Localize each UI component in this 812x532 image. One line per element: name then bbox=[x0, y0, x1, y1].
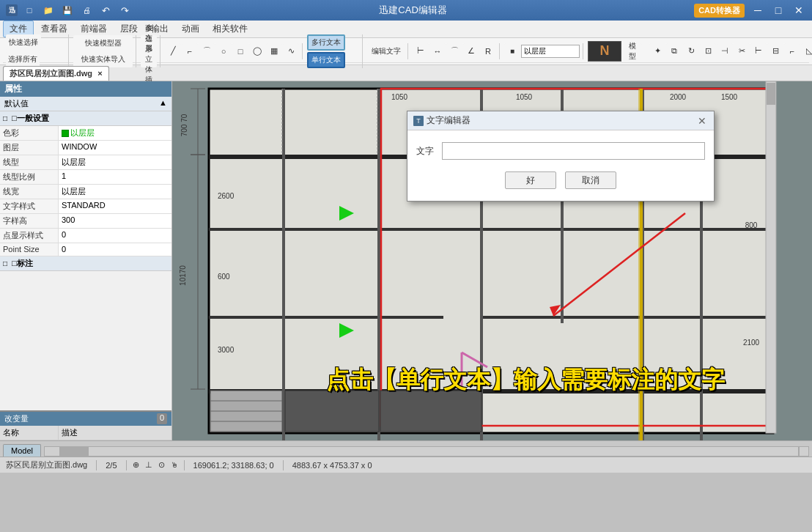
toolbar-area: 快速选择 选择所有 快速模型器 快速实体导入 改在属性 多边形立体插入 ╱ ⌐ … bbox=[0, 38, 812, 65]
quick-select-btn[interactable]: 快速选择 bbox=[6, 34, 41, 51]
dialog-cancel-btn[interactable]: 取消 bbox=[565, 171, 616, 189]
circle-btn[interactable]: ○ bbox=[215, 43, 232, 59]
dialog-text-input[interactable] bbox=[442, 142, 705, 160]
snap-icon[interactable]: ⊕ bbox=[133, 460, 139, 470]
svg-text:2600: 2600 bbox=[218, 192, 235, 200]
app-icon: 迅 bbox=[6, 4, 18, 16]
app-title: 迅建CAD编辑器 bbox=[132, 4, 694, 17]
open-btn[interactable]: 📁 bbox=[41, 4, 56, 16]
annotation-section[interactable]: □ □标注 bbox=[0, 256, 171, 271]
dim-arc-btn[interactable]: ⌒ bbox=[446, 43, 462, 59]
trim-btn[interactable]: ✂ bbox=[734, 43, 750, 59]
prop-textheight: 字样高 300 bbox=[0, 214, 171, 229]
svg-rect-7 bbox=[282, 89, 285, 440]
status-page: 2/5 bbox=[103, 461, 119, 470]
new-file-btn[interactable]: □ bbox=[22, 4, 37, 16]
status-bar: 苏区民居别立面图.dwg 2/5 ⊕ ⊥ ⊙ 🖱 169061.2; 33188… bbox=[0, 457, 812, 473]
menu-animation[interactable]: 动画 bbox=[176, 21, 205, 37]
scale-btn[interactable]: ⊡ bbox=[700, 43, 716, 59]
redo-btn[interactable]: ↷ bbox=[117, 4, 132, 16]
svg-text:1500: 1500 bbox=[721, 93, 738, 101]
layer-selector[interactable]: 以层层 bbox=[521, 45, 580, 58]
arc-btn[interactable]: ⌒ bbox=[199, 43, 215, 59]
menu-related[interactable]: 相关软件 bbox=[207, 21, 254, 37]
print-btn[interactable]: 🖨 bbox=[79, 4, 94, 16]
maximize-btn[interactable]: □ bbox=[771, 4, 786, 16]
dialog-text-row: 文字 bbox=[416, 142, 705, 160]
single-line-text-btn[interactable]: 单行文本 bbox=[307, 52, 345, 68]
h-scrollbar[interactable] bbox=[44, 446, 799, 457]
svg-rect-3 bbox=[209, 228, 773, 231]
osnap-icon[interactable]: 🖱 bbox=[171, 461, 178, 469]
undo-btn[interactable]: ↶ bbox=[98, 4, 113, 16]
ortho-icon[interactable]: ⊥ bbox=[145, 460, 152, 470]
ellipse-btn[interactable]: ◯ bbox=[249, 43, 265, 59]
status-zoom: 4883.67 x 4753.37 x 0 bbox=[289, 461, 375, 470]
rect-btn[interactable]: □ bbox=[232, 43, 248, 59]
solid-add-btn[interactable]: 多边形立体插入 bbox=[141, 51, 157, 67]
status-sep1 bbox=[96, 460, 97, 470]
render-btn[interactable]: 模型 bbox=[623, 43, 642, 59]
dialog-text-label: 文字 bbox=[416, 145, 442, 158]
dialog-body: 文字 好 取消 bbox=[407, 130, 714, 201]
modify-btn[interactable]: 快速模型器 bbox=[73, 35, 133, 51]
rotate-btn[interactable]: ↻ bbox=[683, 43, 699, 59]
dim-linear-btn[interactable]: ⊢ bbox=[413, 43, 429, 59]
mirror-btn[interactable]: ⊣ bbox=[717, 43, 733, 59]
move-btn[interactable]: ✦ bbox=[649, 43, 665, 59]
left-panel: 属性 默认值 ▲ □ □一般设置 色彩 以层层 图层 WINDOW 线型 以层层… bbox=[0, 81, 172, 440]
dialog-ok-btn[interactable]: 好 bbox=[505, 171, 556, 189]
tab-bar: 苏区民居别立面图.dwg × bbox=[0, 65, 812, 81]
svg-rect-5 bbox=[480, 316, 773, 319]
status-sep2 bbox=[126, 460, 127, 470]
polyline-btn[interactable]: ⌐ bbox=[182, 43, 198, 59]
dim-align-btn[interactable]: ↔ bbox=[429, 43, 446, 59]
svg-rect-4 bbox=[209, 316, 443, 319]
prop-pointstyle: 点显示样式 0 bbox=[0, 229, 171, 243]
prop-color: 色彩 以层层 bbox=[0, 126, 171, 141]
scroll-corner bbox=[799, 446, 809, 457]
break-btn[interactable]: ⊟ bbox=[767, 43, 783, 59]
dialog-close-btn[interactable]: ✕ bbox=[696, 115, 708, 127]
spline-btn[interactable]: ∿ bbox=[283, 43, 299, 59]
copy-btn[interactable]: ⧉ bbox=[666, 43, 682, 59]
layers-header: 改变量 0 bbox=[0, 412, 171, 426]
scrollbar-up[interactable]: ▲ bbox=[159, 98, 167, 109]
minimize-btn[interactable]: ─ bbox=[750, 4, 765, 16]
svg-text:800: 800 bbox=[745, 221, 758, 229]
polar-icon[interactable]: ⊙ bbox=[158, 460, 165, 470]
select-all-btn[interactable]: 选择所有 bbox=[6, 51, 40, 67]
annotation-expand-icon: □ bbox=[3, 259, 7, 267]
h-scroll-thumb[interactable] bbox=[59, 447, 89, 456]
chamfer-btn[interactable]: ◺ bbox=[801, 43, 812, 59]
prop-textstyle: 文字样式 STANDARD bbox=[0, 199, 171, 214]
dim-radius-btn[interactable]: R bbox=[480, 43, 496, 59]
canvas-area: 700 70 10170 1050 1050 2000 1500 800 210… bbox=[172, 81, 812, 440]
text-editor-dialog: T 文字编辑器 ✕ 文字 好 取消 bbox=[407, 111, 715, 202]
edit-text-btn[interactable]: 编辑文字 bbox=[367, 43, 405, 59]
layer-btn[interactable]: ■ bbox=[504, 43, 520, 59]
svg-text:700 70: 700 70 bbox=[180, 114, 188, 136]
active-tab[interactable]: 苏区民居别立面图.dwg × bbox=[3, 66, 109, 81]
close-btn[interactable]: ✕ bbox=[791, 4, 806, 16]
general-section-header[interactable]: □ □一般设置 bbox=[0, 111, 171, 126]
svg-rect-48 bbox=[766, 81, 776, 433]
hatch-btn[interactable]: ▦ bbox=[266, 43, 282, 59]
cad-badge: CAD转换器 bbox=[694, 4, 745, 18]
fillet-btn[interactable]: ⌐ bbox=[784, 43, 800, 59]
save-btn[interactable]: 💾 bbox=[60, 4, 75, 16]
tab-close-btn[interactable]: × bbox=[97, 69, 102, 78]
solid-import-btn[interactable]: 快速实体导入 bbox=[73, 51, 133, 67]
dim-angle-btn[interactable]: ∠ bbox=[463, 43, 479, 59]
title-left-icons: 迅 □ 📁 💾 🖨 ↶ ↷ bbox=[6, 4, 132, 16]
prop-linewidth: 线宽 以层层 bbox=[0, 185, 171, 199]
model-tab[interactable]: Model bbox=[3, 444, 41, 457]
col-desc: 描述 bbox=[59, 426, 171, 440]
svg-text:1050: 1050 bbox=[391, 93, 408, 101]
multiline-text-btn[interactable]: 多行文本 bbox=[307, 34, 345, 51]
expand-icon: □ bbox=[3, 114, 7, 122]
extend-btn[interactable]: ⊢ bbox=[750, 43, 767, 59]
prop-linescale: 线型比例 1 bbox=[0, 170, 171, 185]
status-filename: 苏区民居别立面图.dwg bbox=[3, 459, 90, 470]
line-btn[interactable]: ╱ bbox=[165, 43, 181, 59]
